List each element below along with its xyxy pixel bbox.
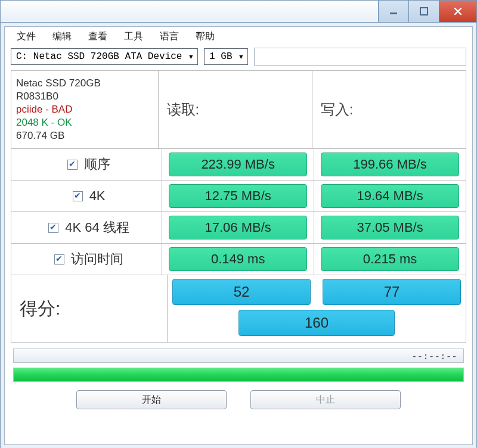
- menu-lang[interactable]: 语言: [151, 29, 187, 44]
- toolbar: C: Netac SSD 720GB ATA Device ▾ 1 GB ▾: [5, 46, 472, 69]
- menu-bar: 文件 编辑 查看 工具 语言 帮助: [5, 27, 472, 46]
- svg-rect-1: [420, 8, 428, 15]
- command-input[interactable]: [254, 48, 466, 66]
- seq-checkbox[interactable]: [67, 160, 78, 170]
- device-name: Netac SSD 720GB: [16, 77, 153, 90]
- score-read: 52: [172, 279, 311, 305]
- start-button[interactable]: 开始: [76, 390, 227, 409]
- progress-bar-total: [13, 368, 464, 382]
- access-checkbox[interactable]: [54, 254, 64, 265]
- 4k64-label: 4K 64 线程: [65, 219, 129, 237]
- 4k-write-value: 19.64 MB/s: [321, 184, 459, 208]
- device-select-value: C: Netac SSD 720GB ATA Device: [16, 51, 182, 62]
- window-controls: [378, 1, 476, 22]
- button-row: 开始 中止: [5, 387, 472, 418]
- access-read-value: 0.149 ms: [169, 247, 307, 271]
- menu-edit[interactable]: 编辑: [44, 29, 80, 44]
- 4k-read-value: 12.75 MB/s: [169, 184, 307, 208]
- access-write-value: 0.215 ms: [321, 247, 459, 271]
- score-total: 160: [238, 310, 395, 336]
- seq-label: 顺序: [84, 155, 110, 173]
- maximize-button[interactable]: [408, 1, 439, 22]
- device-select[interactable]: C: Netac SSD 720GB ATA Device ▾: [11, 48, 198, 65]
- header-read: 读取:: [159, 71, 312, 148]
- minimize-button[interactable]: [378, 1, 408, 22]
- outer-frame: 文件 编辑 查看 工具 语言 帮助 C: Netac SSD 720GB ATA…: [0, 23, 477, 448]
- 4k64-checkbox[interactable]: [48, 223, 58, 233]
- 4k64-read-value: 17.06 MB/s: [169, 216, 307, 239]
- progress-area: --:--:--: [5, 345, 472, 387]
- header-write: 写入:: [312, 71, 466, 148]
- svg-rect-0: [390, 13, 397, 14]
- titlebar[interactable]: [0, 0, 477, 23]
- 4k64-write-value: 37.05 MB/s: [321, 216, 459, 239]
- menu-tools[interactable]: 工具: [116, 29, 151, 44]
- chevron-down-icon: ▾: [238, 51, 244, 63]
- close-button[interactable]: [439, 1, 476, 22]
- device-driver-status: pciide - BAD: [16, 103, 153, 116]
- device-firmware: R0831B0: [16, 90, 153, 103]
- device-block-status: 2048 K - OK: [16, 116, 153, 129]
- menu-file[interactable]: 文件: [8, 29, 44, 44]
- score-panel: 52 77 160: [168, 275, 466, 342]
- access-label: 访问时间: [71, 250, 123, 268]
- size-select-value: 1 GB: [209, 51, 232, 62]
- client-area: 文件 编辑 查看 工具 语言 帮助 C: Netac SSD 720GB ATA…: [4, 26, 473, 445]
- score-label: 得分:: [11, 275, 168, 342]
- 4k-label: 4K: [89, 188, 106, 204]
- timer-label: --:--:--: [411, 350, 463, 362]
- app-window: 文件 编辑 查看 工具 语言 帮助 C: Netac SSD 720GB ATA…: [0, 0, 477, 448]
- results-grid: Netac SSD 720GB R0831B0 pciide - BAD 204…: [11, 70, 466, 343]
- score-write: 77: [323, 279, 461, 305]
- menu-help[interactable]: 帮助: [187, 29, 223, 44]
- chevron-down-icon: ▾: [188, 51, 194, 63]
- seq-write-value: 199.66 MB/s: [321, 153, 459, 176]
- device-info: Netac SSD 720GB R0831B0 pciide - BAD 204…: [11, 71, 159, 148]
- seq-read-value: 223.99 MB/s: [169, 153, 307, 176]
- stop-button[interactable]: 中止: [250, 390, 401, 409]
- progress-bar-task: --:--:--: [13, 349, 464, 363]
- size-select[interactable]: 1 GB ▾: [204, 48, 248, 65]
- menu-view[interactable]: 查看: [80, 29, 116, 44]
- 4k-checkbox[interactable]: [73, 191, 83, 201]
- device-capacity: 670.74 GB: [16, 129, 153, 142]
